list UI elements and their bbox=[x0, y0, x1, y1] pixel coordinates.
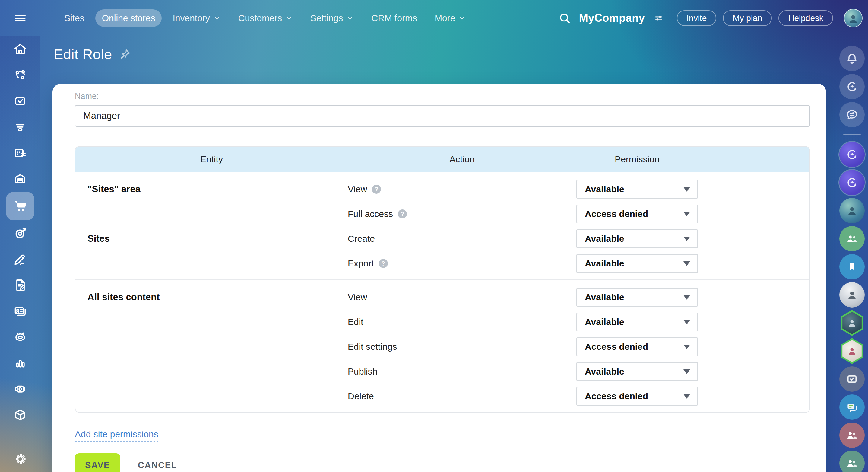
save-button[interactable]: SAVE bbox=[75, 453, 120, 472]
page-title: Edit Role bbox=[54, 46, 112, 62]
rail-item-copilot-chat-2[interactable] bbox=[839, 170, 865, 195]
sidebar-item-inventory[interactable] bbox=[6, 166, 34, 192]
dropdown-caret-icon bbox=[683, 261, 690, 266]
rail-item-tasks-channel[interactable] bbox=[839, 366, 865, 392]
nav-label: Inventory bbox=[173, 13, 210, 23]
nav-more[interactable]: More bbox=[428, 9, 473, 27]
helpdesk-button[interactable]: Helpdesk bbox=[778, 10, 833, 26]
sidebar-item-marketing[interactable] bbox=[6, 220, 34, 246]
user-avatar[interactable] bbox=[844, 9, 863, 27]
sidebar-item-settings[interactable] bbox=[6, 446, 34, 472]
company-name[interactable]: MyCompany bbox=[579, 12, 645, 25]
main-menu-button[interactable] bbox=[0, 0, 40, 36]
sidebar-item-analytics[interactable] bbox=[6, 350, 34, 376]
rail-item-user-hex-1[interactable] bbox=[839, 310, 865, 335]
help-icon[interactable]: ? bbox=[398, 209, 407, 218]
people-icon bbox=[845, 429, 859, 442]
permission-select[interactable]: Available bbox=[576, 180, 698, 199]
permission-select[interactable]: Access denied bbox=[576, 387, 698, 406]
docedit-icon bbox=[13, 278, 27, 292]
table-row: Edit settingsAccess denied bbox=[75, 334, 809, 359]
invite-button[interactable]: Invite bbox=[677, 10, 716, 26]
nav-crm-forms[interactable]: CRM forms bbox=[365, 9, 424, 27]
sidebar-item-ai-assistant[interactable] bbox=[6, 324, 34, 350]
sidebar-item-workgroups[interactable] bbox=[6, 376, 34, 402]
rail-item-group-chat-2[interactable] bbox=[839, 422, 865, 448]
sidebar-item-collaboration[interactable] bbox=[6, 62, 34, 88]
nav-settings[interactable]: Settings bbox=[304, 9, 361, 27]
rail-item-chat-transfer[interactable] bbox=[839, 102, 865, 127]
permission-value: Available bbox=[585, 184, 624, 194]
search-icon[interactable] bbox=[558, 11, 571, 25]
copilot-icon bbox=[845, 80, 859, 93]
sidebar-item-documents[interactable] bbox=[6, 272, 34, 298]
permission-cell: Access denied bbox=[576, 337, 809, 356]
person-icon bbox=[846, 317, 858, 329]
rail-item-comments-channel[interactable] bbox=[839, 394, 865, 420]
person-icon bbox=[845, 288, 859, 301]
rail-item-saved-messages[interactable] bbox=[839, 254, 865, 279]
action-label: Delete bbox=[348, 391, 374, 402]
nav-customers[interactable]: Customers bbox=[231, 9, 300, 27]
people-icon bbox=[845, 456, 859, 470]
permission-select[interactable]: Available bbox=[576, 254, 698, 273]
permission-select[interactable]: Available bbox=[576, 362, 698, 381]
nav-online-stores[interactable]: Online stores bbox=[95, 9, 162, 27]
my-plan-button[interactable]: My plan bbox=[723, 10, 772, 26]
dropdown-caret-icon bbox=[683, 187, 690, 191]
action-cell: Edit bbox=[348, 317, 576, 327]
nav-label: Customers bbox=[238, 13, 282, 23]
sidebar-item-home[interactable] bbox=[6, 36, 34, 62]
robot-icon bbox=[13, 330, 27, 344]
help-icon[interactable]: ? bbox=[379, 259, 388, 268]
table-row: DeleteAccess denied bbox=[75, 384, 809, 409]
action-label: Full access bbox=[348, 209, 393, 219]
screen: SitesOnline storesInventoryCustomersSett… bbox=[0, 0, 868, 472]
rail-item-user-avatar-1[interactable] bbox=[839, 198, 865, 223]
nav-label: Online stores bbox=[102, 13, 155, 23]
role-name-input[interactable] bbox=[75, 105, 810, 127]
rail-item-copilot-chat-1[interactable] bbox=[839, 142, 865, 167]
copilot-icon bbox=[845, 148, 859, 161]
dropdown-caret-icon bbox=[683, 237, 690, 241]
permission-select[interactable]: Access denied bbox=[576, 205, 698, 223]
sidebar-item-online-store[interactable] bbox=[6, 192, 34, 220]
rail-divider bbox=[843, 134, 861, 135]
rail-item-cat-avatar[interactable] bbox=[839, 282, 865, 307]
permission-select[interactable]: Available bbox=[576, 288, 698, 306]
moncheck-icon bbox=[845, 373, 859, 386]
sidebar-item-e-signature[interactable] bbox=[6, 246, 34, 272]
person-icon bbox=[846, 345, 858, 357]
sidebar-item-contact-center[interactable] bbox=[6, 298, 34, 324]
help-icon[interactable]: ? bbox=[372, 185, 381, 194]
sidebar-item-crm[interactable] bbox=[6, 114, 34, 140]
pin-icon[interactable] bbox=[119, 48, 131, 61]
messenger-rail bbox=[838, 46, 866, 472]
rail-item-group-chat-3[interactable] bbox=[839, 450, 865, 472]
nav-sites[interactable]: Sites bbox=[58, 9, 91, 27]
filter-sliders-icon[interactable] bbox=[653, 12, 665, 24]
sidebar-item-calendar[interactable] bbox=[6, 140, 34, 166]
sidebar-item-apps[interactable] bbox=[6, 402, 34, 428]
chevron-down-icon bbox=[285, 14, 293, 22]
permission-select[interactable]: Available bbox=[576, 229, 698, 248]
action-cell: Export? bbox=[348, 258, 576, 269]
bell-icon bbox=[845, 52, 859, 65]
rail-item-group-chat-1[interactable] bbox=[839, 226, 865, 252]
chevron-down-icon bbox=[346, 14, 354, 22]
table-row: SitesCreateAvailable bbox=[75, 226, 809, 251]
permission-select[interactable]: Access denied bbox=[576, 337, 698, 356]
rail-item-copilot[interactable] bbox=[839, 74, 865, 99]
rail-item-user-hex-2[interactable] bbox=[839, 338, 865, 364]
table-section-1: "Sites" areaView?AvailableFull access?Ac… bbox=[75, 172, 809, 279]
sign-icon bbox=[13, 252, 27, 266]
permission-select[interactable]: Available bbox=[576, 313, 698, 331]
nav-inventory[interactable]: Inventory bbox=[166, 9, 227, 27]
sidebar-item-tasks[interactable] bbox=[6, 88, 34, 114]
add-site-permissions-link[interactable]: Add site permissions bbox=[75, 429, 158, 442]
rail-item-notifications[interactable] bbox=[839, 46, 865, 71]
cancel-button[interactable]: CANCEL bbox=[138, 460, 177, 470]
entity-cell: "Sites" area bbox=[75, 184, 348, 195]
header-permission: Permission bbox=[615, 154, 659, 165]
table-row: "Sites" areaView?Available bbox=[75, 177, 809, 202]
